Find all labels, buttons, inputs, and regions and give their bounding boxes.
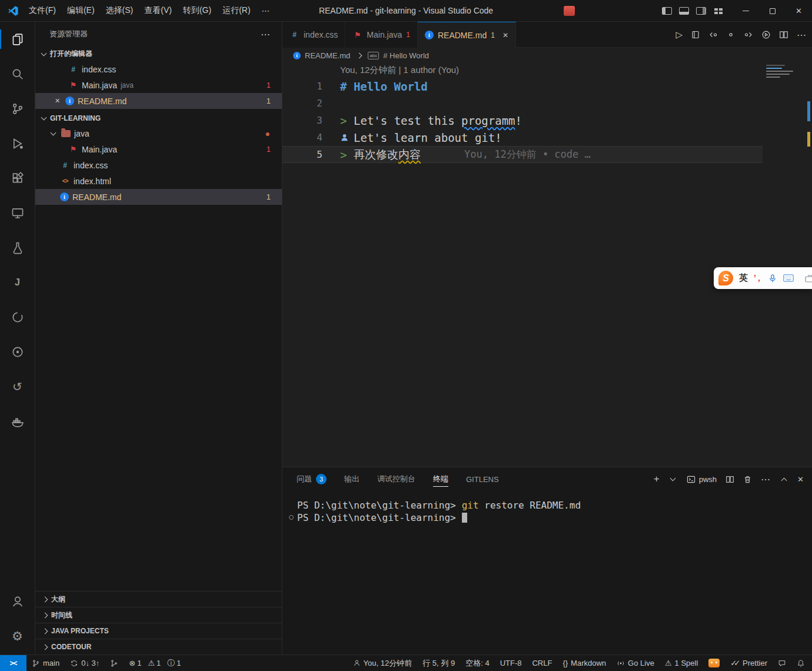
minimize-button[interactable] bbox=[733, 0, 759, 22]
close-icon[interactable]: ✕ bbox=[53, 97, 62, 105]
open-editors-header[interactable]: 打开的编辑器 bbox=[35, 46, 282, 61]
breadcrumb-symbol[interactable]: # Hello World bbox=[383, 51, 429, 60]
cursor-position-status[interactable]: 行 5, 列 9 bbox=[417, 655, 460, 671]
more-actions-icon[interactable]: ⋯ bbox=[797, 29, 806, 41]
menu-view[interactable]: 查看(V) bbox=[139, 3, 177, 18]
prettier-status[interactable]: ✓✓ Prettier bbox=[725, 655, 773, 671]
tab-index-css[interactable]: # index.css bbox=[282, 22, 345, 48]
panel-tab-gitlens[interactable]: GITLENS bbox=[466, 467, 499, 491]
spell-checker-status[interactable]: ⚠ 1 Spell bbox=[660, 655, 703, 671]
panel-tab-debug-console[interactable]: 调试控制台 bbox=[377, 467, 415, 491]
run-debug-icon[interactable] bbox=[0, 126, 35, 161]
close-window-button[interactable]: ✕ bbox=[786, 0, 812, 22]
extension-badge-icon[interactable] bbox=[703, 655, 725, 671]
sogou-logo-icon[interactable]: S bbox=[718, 271, 733, 285]
docker-icon[interactable] bbox=[0, 404, 35, 439]
gitlens-icon[interactable] bbox=[0, 300, 35, 334]
source-control-icon[interactable] bbox=[0, 91, 35, 126]
extensions-icon[interactable] bbox=[0, 161, 35, 195]
go-live-status[interactable]: Go Live bbox=[611, 655, 660, 671]
run-preview-icon[interactable] bbox=[761, 30, 771, 39]
notifications-bell-icon[interactable] bbox=[791, 655, 812, 671]
kill-terminal-trash-icon[interactable] bbox=[743, 475, 752, 484]
open-editor-main-java[interactable]: ⚑ Main.java java 1 bbox=[35, 77, 282, 93]
keyboard-icon[interactable] bbox=[783, 274, 794, 282]
feedback-icon[interactable] bbox=[773, 655, 791, 671]
indentation-status[interactable]: 空格: 4 bbox=[460, 655, 494, 671]
tab-main-java[interactable]: ⚑ Main.java 1 bbox=[345, 22, 418, 48]
close-panel-icon[interactable]: ✕ bbox=[797, 475, 804, 484]
java-extension-icon[interactable]: J bbox=[0, 265, 35, 300]
ime-language-mode[interactable]: 英 bbox=[739, 273, 748, 284]
terminal[interactable]: PS D:\git\note\git-learning>git restore … bbox=[282, 491, 812, 524]
tree-file-readme-md[interactable]: i README.md 1 bbox=[35, 189, 282, 205]
toggle-secondary-sidebar-icon[interactable] bbox=[696, 7, 706, 15]
menu-edit[interactable]: 编辑(E) bbox=[62, 3, 100, 18]
ime-toolbox-icon[interactable] bbox=[805, 274, 812, 283]
run-code-icon[interactable]: ▷ bbox=[675, 29, 683, 40]
project-section-header[interactable]: GIT-LEARNING bbox=[35, 111, 282, 125]
menu-file[interactable]: 文件(F) bbox=[24, 3, 61, 18]
codetour-section[interactable]: CODETOUR bbox=[35, 639, 282, 655]
code-line-2[interactable]: 2 bbox=[282, 95, 763, 112]
explorer-icon[interactable] bbox=[0, 22, 35, 57]
history-icon[interactable]: ↺ bbox=[0, 369, 35, 404]
code-line-3[interactable]: 3 >Let's test this programm! bbox=[282, 112, 763, 129]
tree-file-index-css[interactable]: # index.css bbox=[35, 157, 282, 173]
problems-status[interactable]: ⊗1 ⚠1 ⓘ1 bbox=[124, 655, 189, 671]
maximize-panel-icon[interactable] bbox=[779, 474, 788, 484]
command-decoration-icon[interactable] bbox=[289, 515, 294, 520]
code-line-5-current[interactable]: 5 >再次修改内容You, 12分钟前 • code … bbox=[282, 146, 763, 163]
microphone-icon[interactable] bbox=[768, 274, 777, 283]
ime-punctuation-toggle[interactable]: ’， bbox=[754, 273, 762, 284]
language-mode-status[interactable]: {} Markdown bbox=[557, 655, 611, 671]
open-editor-readme-md[interactable]: ✕ i README.md 1 bbox=[35, 93, 282, 109]
new-terminal-icon[interactable]: + bbox=[654, 473, 660, 485]
menu-run[interactable]: 运行(R) bbox=[217, 3, 255, 18]
customize-layout-icon[interactable] bbox=[713, 7, 723, 15]
panel-more-actions-icon[interactable]: ⋯ bbox=[761, 474, 770, 485]
split-terminal-icon[interactable] bbox=[726, 475, 734, 484]
testing-beaker-icon[interactable] bbox=[0, 230, 35, 265]
search-icon[interactable] bbox=[0, 57, 35, 91]
toggle-panel-icon[interactable] bbox=[679, 7, 689, 15]
codelens-blame[interactable]: You, 12分钟前 | 1 author (You) bbox=[282, 63, 763, 78]
eol-status[interactable]: CRLF bbox=[527, 655, 557, 671]
codetour-icon[interactable] bbox=[0, 334, 35, 369]
panel-tab-output[interactable]: 输出 bbox=[344, 467, 360, 491]
breadcrumb-file[interactable]: README.md bbox=[305, 51, 350, 60]
timeline-section[interactable]: 时间线 bbox=[35, 607, 282, 623]
markdown-preview-icon[interactable] bbox=[691, 30, 700, 39]
terminal-dropdown-icon[interactable] bbox=[668, 474, 678, 484]
remote-explorer-icon[interactable] bbox=[0, 195, 35, 230]
code-line-4[interactable]: 4 Let's learn about git! bbox=[282, 129, 763, 146]
previous-change-icon[interactable] bbox=[708, 30, 718, 39]
menu-select[interactable]: 选择(S) bbox=[101, 3, 139, 18]
sync-status[interactable]: 0↓ 3↑ bbox=[65, 655, 105, 671]
maximize-button[interactable] bbox=[759, 0, 786, 22]
menu-more-icon[interactable]: ⋯ bbox=[257, 4, 275, 18]
split-editor-icon[interactable] bbox=[779, 30, 788, 39]
remote-indicator[interactable]: >< bbox=[0, 655, 26, 671]
explorer-more-actions-icon[interactable]: ⋯ bbox=[261, 29, 270, 40]
open-changes-icon[interactable] bbox=[726, 30, 736, 39]
open-editor-index-css[interactable]: # index.css bbox=[35, 61, 282, 77]
gitlens-blame-status[interactable]: You, 12分钟前 bbox=[348, 655, 418, 671]
tab-readme-md[interactable]: i README.md 1 ✕ bbox=[418, 22, 516, 48]
menu-go[interactable]: 转到(G) bbox=[178, 3, 217, 18]
code-area[interactable]: You, 12分钟前 | 1 author (You) 1 # Hello Wo… bbox=[282, 63, 763, 163]
minimap[interactable] bbox=[765, 63, 804, 78]
close-tab-icon[interactable]: ✕ bbox=[502, 31, 508, 39]
outline-section[interactable]: 大纲 bbox=[35, 591, 282, 607]
terminal-shell-item[interactable]: pwsh bbox=[687, 475, 717, 484]
tree-file-index-html[interactable]: <> index.html bbox=[35, 173, 282, 189]
java-projects-section[interactable]: JAVA PROJECTS bbox=[35, 623, 282, 639]
commit-graph-icon[interactable] bbox=[105, 655, 124, 671]
account-icon[interactable] bbox=[0, 584, 35, 619]
tree-folder-java[interactable]: java ● bbox=[35, 125, 282, 141]
settings-gear-icon[interactable]: ⚙ bbox=[0, 619, 35, 653]
tree-file-main-java[interactable]: ⚑ Main.java 1 bbox=[35, 141, 282, 157]
next-change-icon[interactable] bbox=[744, 30, 753, 39]
code-line-1[interactable]: 1 # Hello World bbox=[282, 78, 763, 95]
encoding-status[interactable]: UTF-8 bbox=[495, 655, 527, 671]
